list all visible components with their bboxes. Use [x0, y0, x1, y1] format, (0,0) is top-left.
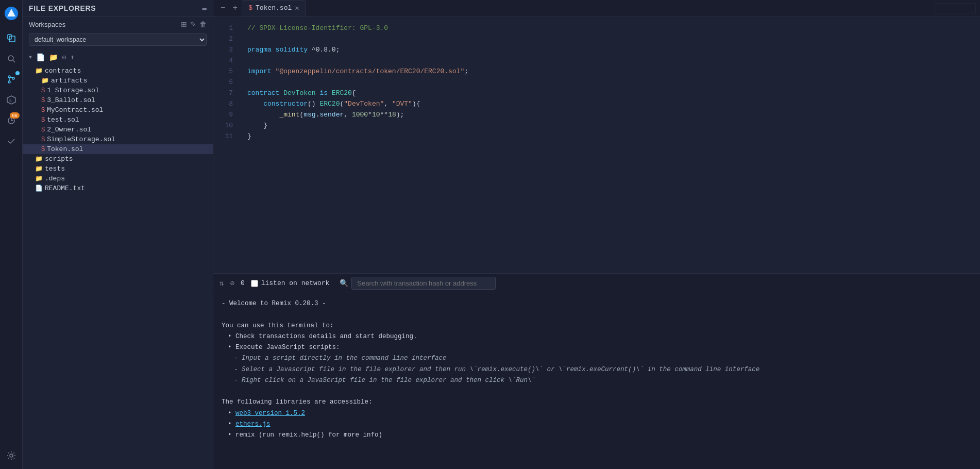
sol-icon-simplestorage: $: [41, 136, 45, 143]
file-explorer-header: FILE EXPLORERS ▬: [23, 0, 213, 17]
folder-deps[interactable]: 📁 .deps: [23, 174, 213, 183]
rename-workspace-icon[interactable]: ✎: [190, 20, 196, 28]
logo-icon[interactable]: [2, 4, 21, 23]
folder-name-tests: tests: [45, 165, 65, 173]
code-line-6: [239, 77, 980, 88]
sidebar-item-solidity[interactable]: S: [2, 91, 21, 109]
line-num-2: 2: [213, 34, 239, 45]
code-version: ^0.8.0;: [312, 45, 340, 56]
line-num-6: 6: [213, 77, 239, 88]
code-import: import: [247, 66, 276, 77]
file-simplestorage[interactable]: $ SimpleStorage.sol: [23, 135, 213, 144]
code-paren-9a: (: [299, 110, 303, 121]
listen-network-label: listen on network: [261, 279, 330, 287]
terminal-search-input[interactable]: [351, 277, 496, 290]
code-eighteen: 18: [388, 110, 396, 121]
file-tree: ▼ 📄 📁 ⊙ ⬆ 📁 contracts 📁 artifacts $ 1_St…: [23, 48, 213, 469]
code-power: **: [380, 110, 388, 121]
folder-scripts[interactable]: 📁 scripts: [23, 154, 213, 164]
code-indent-9: [247, 110, 279, 121]
code-sender: sender: [319, 110, 344, 121]
svg-point-4: [8, 56, 13, 61]
terminal-expand-icon[interactable]: ⇅: [219, 279, 224, 288]
file-2-owner[interactable]: $ 2_Owner.sol: [23, 125, 213, 135]
delete-workspace-icon[interactable]: 🗑: [199, 20, 207, 28]
code-editor[interactable]: 1 2 3 4 5 6 7 8 9 10 11 // SPDX-License-…: [213, 17, 980, 273]
code-line-2: [239, 34, 980, 45]
folder-contracts[interactable]: 📁 contracts: [23, 66, 213, 76]
term-sub-2: - Select a Javascript file in the file e…: [222, 364, 972, 375]
workspace-select[interactable]: default_workspace: [29, 34, 207, 46]
sidebar-item-test[interactable]: [2, 132, 21, 150]
filename-readme: README.txt: [45, 185, 85, 192]
sidebar-item-search[interactable]: [2, 49, 21, 68]
file-test[interactable]: $ test.sol: [23, 115, 213, 125]
file-1-storage[interactable]: $ 1_Storage.sol: [23, 86, 213, 95]
tab-close-btn[interactable]: ✕: [295, 4, 299, 12]
folder-icon-deps: 📁: [35, 175, 43, 182]
terminal-area: ⇅ ⊘ 0 listen on network 🔍 - Welcome to R…: [213, 273, 980, 469]
new-file-icon[interactable]: 📄: [36, 53, 45, 62]
zoom-in-btn[interactable]: +: [230, 2, 241, 15]
terminal-search-icon[interactable]: 🔍: [340, 279, 348, 288]
folder-artifacts[interactable]: 📁 artifacts: [23, 76, 213, 86]
code-devtoken: DevToken: [283, 88, 319, 99]
file-readme[interactable]: 📄 README.txt: [23, 183, 213, 193]
zoom-out-btn[interactable]: −: [217, 2, 229, 15]
code-content[interactable]: // SPDX-License-Identifier: GPL-3.0 prag…: [239, 17, 980, 273]
code-contract-kw: contract: [247, 88, 283, 99]
term-ethers: • ethers.js: [222, 419, 972, 430]
add-workspace-icon[interactable]: ⊞: [181, 20, 187, 28]
code-indent-10: }: [247, 121, 267, 131]
sol-icon-1storage: $: [41, 87, 45, 94]
filename-mycontract: MyContract.sol: [47, 106, 103, 114]
code-dot-9: .: [316, 110, 320, 121]
code-line-4: [239, 56, 980, 66]
file-mycontract[interactable]: $ MyContract.sol: [23, 105, 213, 115]
tab-token-sol[interactable]: $ Token.sol ✕: [242, 0, 306, 16]
term-sub-1: - Input a script directly in the command…: [222, 353, 972, 364]
filename-test: test.sol: [47, 116, 79, 124]
sol-icon-token: $: [41, 146, 45, 153]
line-num-4: 4: [213, 56, 239, 66]
code-comment-1: // SPDX-License-Identifier: GPL-3.0: [247, 23, 388, 34]
code-msg: msg: [303, 110, 315, 121]
code-ten: 10: [372, 110, 380, 121]
header-icons: ▬: [202, 4, 207, 12]
term-libraries: The following libraries are accessible:: [222, 397, 972, 408]
sidebar-item-debug[interactable]: 66: [2, 111, 21, 130]
folder-tests[interactable]: 📁 tests: [23, 164, 213, 174]
tree-collapse-icon[interactable]: ▼: [29, 55, 32, 60]
code-erc20-8: ERC20: [319, 99, 340, 110]
folder-name-deps: .deps: [45, 175, 65, 182]
folder-name-contracts: contracts: [45, 67, 81, 75]
sidebar-item-settings[interactable]: [2, 446, 21, 465]
terminal-output[interactable]: - Welcome to Remix 0.20.3 - You can use …: [213, 293, 980, 469]
github-icon[interactable]: ⊙: [62, 53, 66, 62]
code-star-9: *: [368, 110, 372, 121]
listen-network-checkbox[interactable]: [251, 280, 258, 287]
sidebar-item-git[interactable]: [2, 70, 21, 89]
sidebar-item-files[interactable]: [2, 29, 21, 47]
term-bullet-2: • Execute JavaScript scripts:: [222, 342, 972, 353]
code-line-7: contract DevToken is ERC20 {: [239, 88, 980, 99]
folder-icon-scripts: 📁: [35, 155, 43, 163]
ethers-link[interactable]: ethers.js: [235, 421, 271, 428]
web3-link[interactable]: web3 version 1.5.2: [235, 410, 305, 417]
code-semicolon-5: ;: [464, 66, 468, 77]
filename-token: Token.sol: [47, 145, 83, 153]
term-welcome: - Welcome to Remix 0.20.3 -: [222, 298, 972, 309]
terminal-toolbar: ⇅ ⊘ 0 listen on network 🔍: [213, 274, 980, 293]
new-folder-icon[interactable]: 📁: [49, 53, 58, 62]
code-dvt-str: "DVT": [392, 99, 412, 110]
sol-icon-mycontract: $: [41, 107, 45, 114]
minimize-icon[interactable]: ▬: [202, 4, 207, 12]
line-numbers: 1 2 3 4 5 6 7 8 9 10 11: [213, 17, 239, 273]
upload-icon[interactable]: ⬆: [70, 53, 74, 62]
file-token[interactable]: $ Token.sol: [23, 144, 213, 154]
line-num-10: 10: [213, 121, 239, 131]
file-3-ballot[interactable]: $ 3_Ballot.sol: [23, 95, 213, 105]
svg-point-14: [10, 454, 13, 457]
terminal-stop-icon[interactable]: ⊘: [230, 279, 234, 288]
terminal-search-wrap: 🔍: [340, 277, 496, 290]
